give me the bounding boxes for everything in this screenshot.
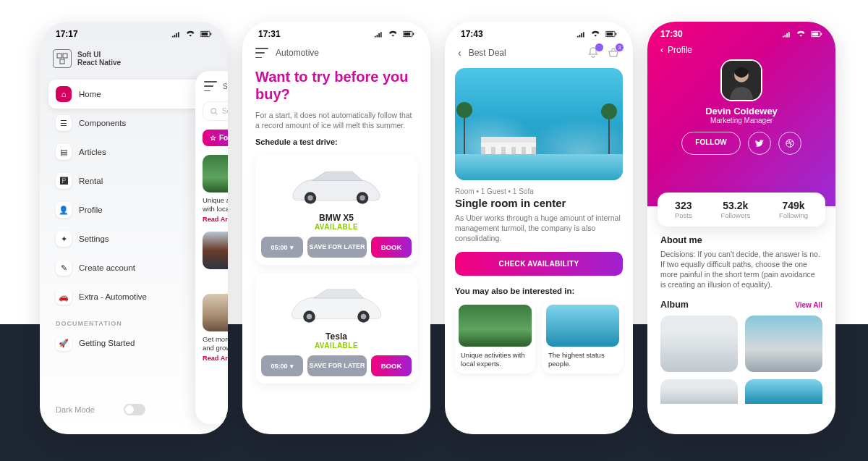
- status-time: 17:30: [660, 29, 683, 39]
- chevron-down-icon: ▾: [290, 244, 294, 251]
- page-header: Automotive: [242, 39, 430, 61]
- car-name: BMW X5: [261, 213, 412, 223]
- card-caption: Get more followers and grow.: [203, 335, 228, 352]
- articles-icon: ▤: [56, 144, 72, 160]
- status-bar: 17:31: [242, 22, 430, 39]
- profile-hero: 17:30 ‹ Profile Devin Coldewey Marketing…: [647, 22, 835, 206]
- brand-icon: [53, 49, 72, 68]
- nav-create-account[interactable]: ✎Create account: [48, 253, 219, 282]
- save-for-later-button[interactable]: SAVE FOR LATER: [307, 355, 367, 376]
- car-status: AVAILABLE: [261, 342, 412, 350]
- status-indicators: [171, 30, 212, 38]
- home-icon: ⌂: [56, 86, 72, 102]
- status-indicators: [374, 30, 414, 38]
- save-for-later-button[interactable]: SAVE FOR LATER: [307, 237, 367, 258]
- svg-point-15: [307, 314, 312, 320]
- status-time: 17:17: [56, 29, 78, 39]
- follow-button[interactable]: ☆ Follo: [203, 130, 228, 146]
- album-image[interactable]: [660, 316, 738, 372]
- nav-extra-automotive[interactable]: 🚗Extra - Automotive: [48, 282, 219, 311]
- nav-settings[interactable]: ✦Settings: [48, 224, 219, 253]
- back-to-profile[interactable]: ‹ Profile: [660, 45, 822, 55]
- stat-posts[interactable]: 323Posts: [675, 200, 692, 219]
- read-article-link[interactable]: Read Article ›: [203, 216, 228, 223]
- settings-icon: ✦: [56, 231, 72, 247]
- card-caption: The highest status people.: [546, 347, 619, 370]
- svg-rect-20: [616, 33, 616, 35]
- svg-point-13: [359, 195, 365, 201]
- nav-profile[interactable]: 👤Profile: [48, 195, 219, 224]
- svg-rect-1: [201, 33, 208, 35]
- card-image: [203, 294, 228, 331]
- follow-button[interactable]: FOLLOW: [681, 132, 740, 155]
- peek-header[interactable]: Soft UI: [203, 78, 228, 94]
- dark-mode-label: Dark Mode: [56, 405, 95, 414]
- car-image: [261, 279, 412, 330]
- suggestion-card[interactable]: Unique activities with local experts.: [455, 301, 535, 373]
- rocket-icon: 🚀: [56, 335, 72, 351]
- suggestion-card[interactable]: The highest status people.: [542, 301, 623, 373]
- svg-rect-8: [404, 33, 410, 35]
- search-input[interactable]: Search: [203, 101, 228, 121]
- check-availability-button[interactable]: CHECK AVAILABILITY: [455, 252, 623, 276]
- read-article-link[interactable]: Read Article ›: [203, 355, 228, 362]
- menu-icon[interactable]: [255, 48, 268, 58]
- headline-desc: For a start, it does not automatically f…: [255, 110, 417, 130]
- status-bar: 17:30: [660, 29, 822, 39]
- dribbble-icon[interactable]: [778, 132, 801, 155]
- listing-meta: Room • 1 Guest • 1 Sofa: [455, 187, 623, 195]
- schedule-label: Schedule a test drive:: [255, 138, 417, 146]
- car-card: Tesla AVAILABLE 05:00 ▾ SAVE FOR LATER B…: [255, 274, 417, 384]
- profile-icon: 👤: [56, 202, 72, 218]
- listing-desc: As Uber works through a huge amount of i…: [455, 213, 623, 243]
- car-image: [261, 161, 412, 211]
- nav-articles[interactable]: ▤Articles: [48, 138, 219, 166]
- car-card: BMW X5 AVAILABLE 05:00 ▾ SAVE FOR LATER …: [255, 155, 417, 265]
- svg-rect-4: [63, 54, 67, 58]
- view-all-link[interactable]: View All: [795, 301, 822, 309]
- basket-icon[interactable]: 3: [607, 46, 620, 59]
- chevron-down-icon: ▾: [290, 363, 294, 370]
- dark-mode-toggle[interactable]: [124, 404, 145, 415]
- about-heading: About me: [660, 235, 822, 245]
- card-image: [546, 305, 619, 347]
- phone-profile: 17:30 ‹ Profile Devin Coldewey Marketing…: [647, 22, 835, 434]
- svg-point-17: [361, 314, 367, 320]
- card-image: [203, 232, 228, 269]
- time-dropdown[interactable]: 05:00 ▾: [261, 355, 303, 376]
- back-chevron-icon[interactable]: ‹: [458, 47, 461, 59]
- book-button[interactable]: BOOK: [371, 237, 412, 258]
- card-image: [459, 305, 532, 347]
- nav-home[interactable]: ⌂Home: [48, 80, 219, 109]
- menu-icon[interactable]: [204, 81, 217, 91]
- book-button[interactable]: BOOK: [371, 355, 412, 376]
- stat-followers[interactable]: 53.2kFollowers: [720, 200, 750, 219]
- album-image[interactable]: [660, 379, 738, 404]
- status-bar: 17:17: [40, 22, 228, 39]
- avatar[interactable]: [720, 59, 762, 101]
- status-indicators: [782, 30, 822, 38]
- svg-rect-3: [57, 54, 61, 58]
- brand-row: Soft UIReact Native: [40, 39, 228, 72]
- album-image[interactable]: [745, 316, 822, 372]
- feed-card[interactable]: [203, 232, 228, 269]
- bell-icon[interactable]: [587, 46, 600, 59]
- status-time: 17:43: [461, 29, 483, 39]
- twitter-icon[interactable]: [748, 132, 771, 155]
- feed-card[interactable]: Get more followers and grow. Read Articl…: [203, 294, 228, 362]
- page-title: Automotive: [276, 48, 319, 58]
- status-bar: 17:43: [445, 22, 633, 39]
- album-image[interactable]: [745, 379, 822, 404]
- page-header: ‹ Best Deal 3: [445, 39, 633, 64]
- section-docs: DOCUMENTATION: [48, 311, 219, 329]
- nav-rental[interactable]: 🅿︎Rental: [48, 166, 219, 195]
- profile-name: Devin Coldewey: [660, 106, 822, 117]
- stats-card: 323Posts 53.2kFollowers 749kFollowing: [658, 193, 825, 227]
- stat-following[interactable]: 749kFollowing: [779, 200, 808, 219]
- content-peek: Soft UI Search ☆ Follo Unique activities…: [195, 71, 228, 424]
- time-dropdown[interactable]: 05:00 ▾: [261, 237, 303, 258]
- nav-components[interactable]: ☰Components: [48, 109, 219, 138]
- feed-card[interactable]: Unique activities with local experts. Re…: [203, 155, 228, 223]
- nav-getting-started[interactable]: 🚀Getting Started: [48, 329, 219, 358]
- svg-rect-2: [210, 33, 211, 35]
